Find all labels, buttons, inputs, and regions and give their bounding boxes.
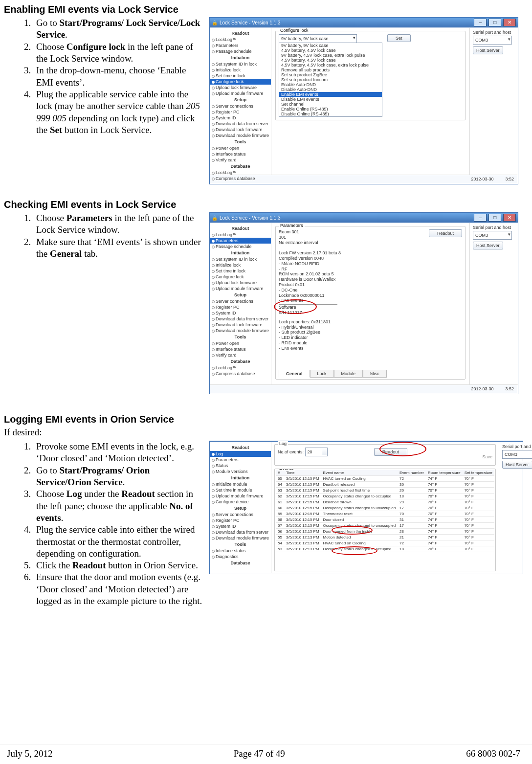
left-pane-item[interactable]: Compress database: [210, 371, 271, 377]
left-pane-item[interactable]: Upload lock firmware: [210, 85, 271, 90]
host-server-button[interactable]: Host Server: [502, 461, 532, 469]
left-pane-item[interactable]: System ID: [210, 310, 271, 316]
left-pane-item[interactable]: Set system ID in lock: [210, 256, 271, 262]
left-pane-item[interactable]: Interface status: [210, 151, 271, 157]
dropdown-option[interactable]: Disable Auto-DND: [279, 87, 382, 92]
left-pane-item[interactable]: Set time in lock: [210, 268, 271, 274]
left-pane-item[interactable]: Log: [210, 451, 271, 457]
dropdown-option[interactable]: Enable Auto-DND: [279, 82, 382, 87]
left-pane-item[interactable]: System ID: [210, 523, 271, 529]
parameters-fieldset: Parameters Room 301 301 No entrance inte…: [275, 226, 466, 380]
table-header: Room temperature: [426, 470, 463, 476]
save-link[interactable]: Save: [482, 454, 492, 459]
tab-lock[interactable]: Lock: [310, 370, 334, 378]
com-port-dropdown[interactable]: COM3: [473, 36, 512, 45]
left-pane-item[interactable]: Server connections: [210, 512, 271, 517]
left-pane-item[interactable]: LockLog™: [210, 232, 271, 238]
left-pane-item[interactable]: Initialize module: [210, 481, 271, 487]
tab-misc[interactable]: Misc: [363, 370, 387, 378]
left-pane-item[interactable]: Register PC: [210, 304, 271, 310]
left-pane-item[interactable]: Parameters: [210, 43, 271, 48]
step-item: Plug the service cable into either the w…: [33, 524, 204, 560]
readout-button[interactable]: Readout: [429, 229, 462, 237]
host-server-button[interactable]: Host Server: [473, 242, 503, 249]
left-pane-item[interactable]: Module versions: [210, 469, 271, 474]
dropdown-option[interactable]: Enable EMI events: [279, 92, 382, 97]
dropdown-option[interactable]: 4.5V battery, 4.5V lock case, extra lock…: [279, 63, 382, 67]
dropdown-option[interactable]: Enable Online (RS-485): [279, 107, 382, 112]
left-pane-item[interactable]: Passage schedule: [210, 48, 271, 54]
dropdown-option[interactable]: Remove all sub products: [279, 67, 382, 72]
left-pane-item[interactable]: Configure lock: [210, 79, 271, 85]
left-pane-item[interactable]: Power open: [210, 145, 271, 151]
no-of-events-label: No.of events:: [278, 449, 304, 454]
tab-general[interactable]: General: [279, 370, 310, 378]
configure-lock-dropdown-list[interactable]: 9V battery, 9V lock case4.5V battery, 4.…: [279, 43, 382, 117]
left-pane-item[interactable]: Power open: [210, 340, 271, 346]
minimize-button[interactable]: –: [474, 19, 487, 26]
dropdown-option[interactable]: Set sub product Inncom: [279, 77, 382, 82]
tab-module[interactable]: Module: [334, 370, 363, 378]
left-pane-item[interactable]: LockLog™: [210, 170, 271, 176]
left-pane-item[interactable]: Initialize lock: [210, 262, 271, 268]
left-pane-item[interactable]: Server connections: [210, 298, 271, 304]
left-pane-item[interactable]: Passage schedule: [210, 244, 271, 249]
com-port-dropdown[interactable]: COM3: [502, 450, 532, 459]
minimize-button[interactable]: –: [474, 214, 487, 222]
dropdown-option[interactable]: Set sub product ZigBee: [279, 72, 382, 77]
left-pane-item[interactable]: Initialize lock: [210, 67, 271, 73]
left-pane-item[interactable]: Set system ID in lock: [210, 61, 271, 67]
section-check-emi: Checking EMI events in Lock Service Choo…: [4, 199, 525, 394]
no-of-events-input[interactable]: 20: [305, 448, 328, 456]
left-pane-item[interactable]: Upload module firmware: [210, 493, 271, 499]
left-pane-item[interactable]: Register PC: [210, 517, 271, 523]
left-pane-item[interactable]: Download data from server: [210, 121, 271, 127]
left-pane-item[interactable]: Download lock firmware: [210, 127, 271, 133]
left-pane-item[interactable]: Upload module firmware: [210, 90, 271, 96]
host-server-button[interactable]: Host Server: [473, 46, 503, 54]
left-pane-item[interactable]: Interface status: [210, 548, 271, 554]
left-pane-item[interactable]: LockLog™: [210, 365, 271, 371]
left-pane-item[interactable]: Upload module firmware: [210, 286, 271, 292]
left-pane-item[interactable]: Interface status: [210, 346, 271, 352]
left-pane-item[interactable]: Configure device: [210, 499, 271, 505]
com-port-dropdown[interactable]: COM3: [473, 231, 512, 240]
dropdown-option[interactable]: 4.5V battery, 4.5V lock case: [279, 48, 382, 53]
dropdown-option[interactable]: 9V battery, 9V lock case: [279, 43, 382, 48]
left-pane-item[interactable]: Server connections: [210, 103, 271, 109]
left-pane-item[interactable]: Compress database: [210, 176, 271, 181]
left-pane-item[interactable]: Set time in lock: [210, 73, 271, 79]
left-pane-item[interactable]: System ID: [210, 115, 271, 121]
left-pane-item[interactable]: Download lock firmware: [210, 322, 271, 328]
left-pane-item[interactable]: Download module firmware: [210, 535, 271, 541]
dropdown-option[interactable]: Disable EMI events: [279, 97, 382, 102]
readout-button[interactable]: Readout: [374, 448, 407, 456]
left-pane-item[interactable]: Download data from server: [210, 529, 271, 535]
left-pane-item[interactable]: Upload lock firmware: [210, 280, 271, 286]
maximize-button[interactable]: □: [488, 19, 501, 26]
left-pane-item[interactable]: Download data from server: [210, 316, 271, 322]
dropdown-option[interactable]: Disable Online (RS-485): [279, 112, 382, 116]
dropdown-option[interactable]: 9V battery, 4.5V lock case, extra lock p…: [279, 53, 382, 58]
left-pane-item[interactable]: LockLog™: [210, 37, 271, 43]
dropdown-option[interactable]: 4.5V battery, 4.5V lock case: [279, 58, 382, 63]
left-pane-item[interactable]: Download module firmware: [210, 133, 271, 138]
left-pane-item[interactable]: Verify card: [210, 352, 271, 358]
maximize-button[interactable]: □: [488, 214, 501, 222]
left-pane-item[interactable]: Register PC: [210, 109, 271, 115]
set-button[interactable]: Set: [387, 34, 411, 42]
left-pane-item[interactable]: Parameters: [210, 238, 271, 244]
left-pane-item[interactable]: Verify card: [210, 157, 271, 163]
left-pane-item[interactable]: Status: [210, 463, 271, 469]
left-pane-item[interactable]: Parameters: [210, 457, 271, 463]
left-pane-item[interactable]: Download module firmware: [210, 328, 271, 334]
close-button[interactable]: ✕: [503, 19, 516, 26]
dropdown-option[interactable]: Set channel: [279, 102, 382, 107]
close-button[interactable]: ✕: [503, 214, 516, 222]
left-pane-item[interactable]: Configure lock: [210, 274, 271, 280]
table-row: 583/5/2010 12:15 PMDoor closed3174° F70°…: [276, 517, 494, 523]
left-pane-group: Initiation: [210, 249, 271, 256]
left-pane-item[interactable]: Set time in module: [210, 487, 271, 493]
left-pane-item[interactable]: Diagnostics: [210, 554, 271, 560]
configure-lock-dropdown[interactable]: 9V battery, 9V lock case: [279, 34, 357, 43]
